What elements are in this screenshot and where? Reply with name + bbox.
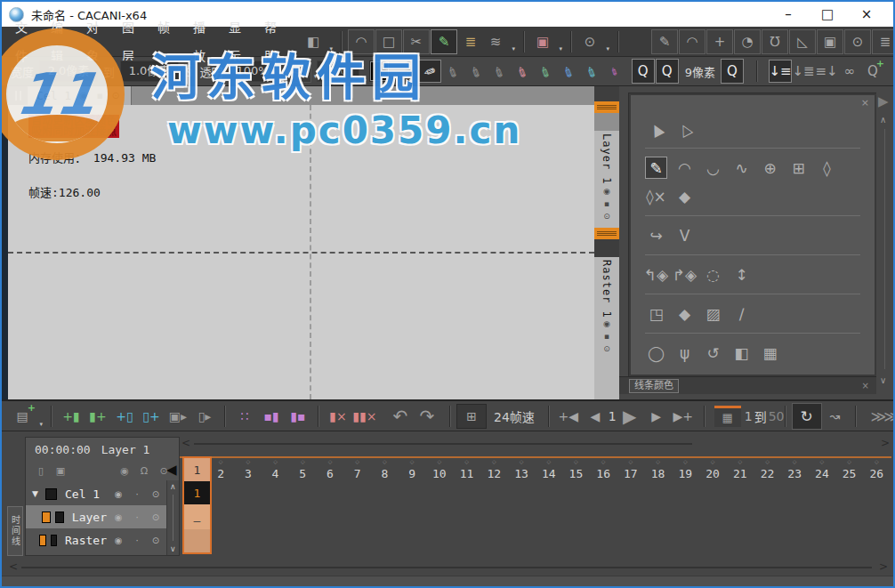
range-start-value[interactable]: 1 — [745, 409, 753, 423]
menu-文件[interactable]: 文件 — [4, 13, 39, 70]
frame-column-4[interactable]: ◇4 — [262, 458, 289, 483]
marker-cyan-icon[interactable]: ✎ — [580, 60, 603, 83]
reshape-tool-icon[interactable]: ↪ — [645, 224, 667, 246]
layer-grip[interactable] — [594, 101, 619, 113]
marker-blue-icon[interactable]: ✎ — [557, 60, 580, 83]
onion-marker-icon[interactable]: ▪ — [599, 197, 615, 210]
extend-cel-button[interactable]: ▯▸ — [191, 404, 218, 429]
pan-tool-icon[interactable]: ψ — [673, 342, 696, 364]
remove-cel-button[interactable]: ▪▮ — [258, 404, 285, 429]
fill-rect-tool-icon[interactable]: ◳ — [645, 302, 667, 325]
insert-cel-before-button[interactable]: +▮ — [58, 404, 85, 429]
light-icon[interactable]: ⊙ — [149, 510, 163, 524]
marker-tiny-icon[interactable]: ✎ — [603, 60, 626, 83]
arc-sketch-tool-icon[interactable]: ◠ — [673, 157, 696, 179]
frame-column-12[interactable]: ◇12 — [480, 458, 508, 483]
layer-color-swatch[interactable] — [45, 488, 57, 500]
first-frame-button[interactable]: +◀ — [555, 404, 582, 429]
light-icon[interactable]: ⊙ — [599, 342, 615, 355]
last-frame-button[interactable]: ▶+ — [670, 404, 697, 429]
insert-frame-before-button[interactable]: +▯ — [111, 404, 138, 429]
camera-frame-tool-icon[interactable]: ◧ — [730, 342, 753, 364]
panel-close-icon[interactable]: × — [861, 98, 869, 108]
minimize-button[interactable]: – — [769, 3, 808, 26]
thin-exit-icon[interactable]: ↓≣ — [792, 60, 815, 83]
dropdown-arrow-icon[interactable]: ▾ — [512, 45, 515, 52]
marker-green-icon[interactable]: ✎ — [534, 60, 557, 83]
layer-thumbnail[interactable] — [594, 239, 619, 257]
frame-column-13[interactable]: ◇13 — [508, 458, 536, 483]
add-lasso-icon[interactable]: Q+ — [861, 60, 884, 83]
layer-color-swatch[interactable] — [55, 511, 64, 523]
pingpong-playback-button[interactable]: ↝ — [822, 404, 849, 429]
scroll-right-icon[interactable]: > — [881, 437, 890, 449]
join-drag-right-tool-icon[interactable]: ↱◈ — [673, 263, 696, 286]
scrollbar-thumb[interactable] — [194, 443, 692, 445]
safe-area-tool-icon[interactable]: ▦ — [759, 342, 781, 364]
marquee-display-icon[interactable]: □ — [375, 29, 402, 54]
scroll-left-icon[interactable]: < — [9, 560, 18, 573]
width-to-field[interactable]: 1.0像素 — [120, 60, 179, 82]
add-circle-tool-icon[interactable]: ⊕ — [759, 157, 781, 179]
onion-marker-icon[interactable]: ▪ — [599, 330, 615, 342]
visibility-icon[interactable]: ◉ — [599, 185, 615, 197]
visibility-icon[interactable]: ◉ — [111, 487, 125, 501]
collapse-panel-icon[interactable]: ◀ — [166, 462, 177, 478]
loop-curve-tool-icon[interactable]: ∿ — [730, 157, 753, 179]
frame-column-21[interactable]: ◇21 — [726, 458, 754, 483]
pages-panel-icon[interactable]: ▣ — [817, 29, 843, 54]
light-icon[interactable]: ⊙ — [599, 210, 615, 222]
visibility-icon[interactable]: ◉ — [117, 463, 133, 478]
insert-frame-after-button[interactable]: ▯+ — [138, 404, 165, 429]
color-swatches-icon[interactable]: ▣▾ — [530, 30, 555, 53]
range-end-value[interactable]: 50 — [769, 409, 785, 423]
eraser-strokes-tool-icon[interactable]: ◊× — [645, 185, 667, 207]
frame-column-10[interactable]: ◇10 — [425, 458, 453, 483]
layer-grip[interactable] — [594, 228, 619, 239]
redo-button[interactable]: ↷ — [414, 404, 440, 429]
current-frame-value[interactable]: 1 — [609, 409, 617, 423]
rotate-view-tool-icon[interactable]: ↺ — [702, 342, 724, 364]
transform-panel-icon[interactable]: + — [706, 29, 733, 54]
camera-view-icon[interactable]: ◧▾ — [301, 30, 326, 53]
frame-column-18[interactable]: ◇18 — [644, 458, 672, 483]
width-from-field[interactable]: 2.0像素 — [39, 60, 98, 82]
lasso-select-tool-icon[interactable]: △ — [670, 114, 700, 144]
frame-column-3[interactable]: ◇3 — [234, 458, 262, 483]
scroll-up-icon[interactable]: ∧ — [880, 115, 886, 125]
scroll-up-icon[interactable]: ∧ — [170, 482, 176, 491]
timeline-row-raster[interactable]: Raster◉·⊙ — [26, 528, 166, 552]
scrollbar-track[interactable] — [173, 495, 173, 541]
prev-frame-button[interactable]: ◀ — [582, 404, 609, 429]
onion-marker-icon[interactable]: ▪ — [93, 89, 106, 103]
light-icon[interactable]: ⊙ — [149, 487, 163, 501]
pencil-end-icon[interactable]: ✎ — [464, 60, 488, 83]
strip-close-icon[interactable]: × — [862, 381, 869, 391]
cel-frame-cell[interactable]: 1 — [184, 481, 210, 504]
scroll-down-icon[interactable]: ∨ — [880, 375, 886, 385]
layer-color-swatch[interactable] — [51, 535, 57, 546]
curve-panel-icon[interactable]: ◠ — [679, 29, 706, 54]
measure-panel-icon[interactable]: ◺ — [789, 29, 816, 54]
flatten-curve-tool-icon[interactable]: ↕ — [730, 263, 753, 286]
dot-icon[interactable]: · — [130, 487, 144, 501]
stroke-panel-icon[interactable]: ✎ — [651, 29, 678, 54]
lasso-stroke-icon[interactable]: Q — [656, 59, 679, 84]
light-icon[interactable]: ⊙ — [149, 533, 163, 547]
layers-panel-icon[interactable]: ≣ — [872, 29, 895, 54]
join-drag-left-tool-icon[interactable]: ↰◈ — [645, 263, 667, 286]
frame-column-15[interactable]: ◇15 — [562, 458, 590, 483]
layer-colors-icon[interactable]: ≣ — [458, 30, 483, 53]
zoom-tool-icon[interactable]: ◯ — [645, 342, 667, 364]
frame-column-5[interactable]: ◇5 — [289, 458, 317, 483]
dropdown-arrow-icon[interactable]: ▾ — [329, 45, 333, 52]
frame-display-button[interactable]: ⊞ — [456, 404, 487, 429]
eraser-tool-icon[interactable]: ◊ — [816, 157, 838, 179]
layer-thumbnail[interactable] — [594, 113, 619, 131]
stroke-color-swatch[interactable] — [370, 61, 389, 81]
fill-gradient-tool-icon[interactable]: ▨ — [702, 302, 724, 325]
light-panel-icon[interactable]: ⊙ — [844, 29, 871, 54]
frame-column-14[interactable]: ◇14 — [535, 458, 562, 483]
onion-skin-icon[interactable]: ≋▾ — [483, 30, 508, 53]
flip-roll-button[interactable]: ≫≫ — [871, 407, 895, 425]
